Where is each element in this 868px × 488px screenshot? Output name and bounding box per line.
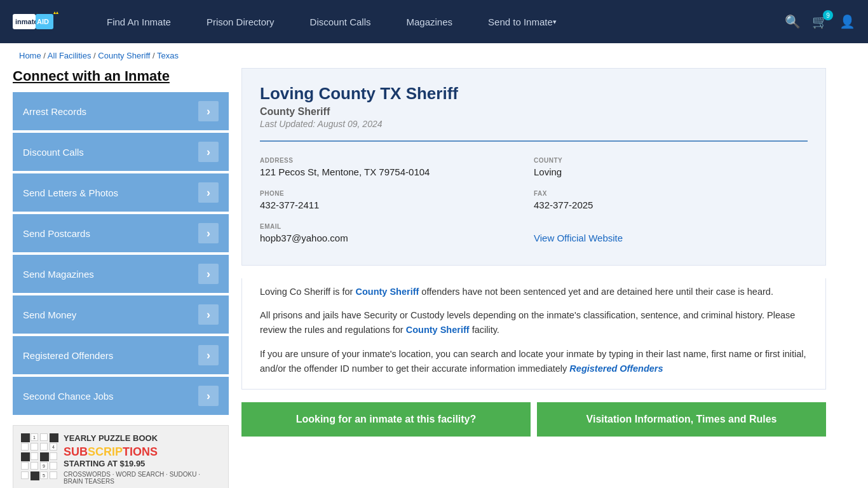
navbar: inmate AID Find An Inmate Prison Directo… <box>0 0 868 43</box>
ad-puzzle-title: YEARLY PUZZLE BOOK <box>64 433 220 443</box>
chevron-right-icon: › <box>198 223 219 243</box>
chevron-right-icon: › <box>198 345 219 365</box>
detail-fax-block: FAX 432-377-2025 <box>534 184 808 217</box>
address-value: 121 Pecos St, Mentone, TX 79754-0104 <box>260 166 534 177</box>
bottom-buttons: Looking for an inmate at this facility? … <box>241 402 826 437</box>
desc-para-3: If you are unsure of your inmate's locat… <box>260 347 808 376</box>
ad-sub-text2: SCRIP <box>88 445 123 458</box>
nav-discount-calls[interactable]: Discount Calls <box>292 0 389 43</box>
website-spacer <box>534 223 808 230</box>
ad-subscription-label: SUBSCRIPTIONS <box>64 445 220 459</box>
chevron-right-icon: › <box>198 182 219 203</box>
desc-para-1: Loving Co Sheriff is for County Sheriff … <box>260 285 808 299</box>
ad-price: STARTING AT $19.95 <box>64 459 220 468</box>
find-inmate-button[interactable]: Looking for an inmate at this facility? <box>241 402 531 437</box>
breadcrumb-home[interactable]: Home <box>19 51 41 60</box>
chevron-right-icon: › <box>198 101 219 121</box>
ad-sub-text3: TIONS <box>123 445 158 458</box>
sidebar-item-arrest-records[interactable]: Arrest Records › <box>13 92 229 130</box>
sidebar-label-send-magazines: Send Magazines <box>23 269 94 280</box>
sidebar-item-send-money[interactable]: Send Money › <box>13 295 229 334</box>
breadcrumb: Home / All Facilities / County Sheriff /… <box>0 43 868 68</box>
desc-para2-after: facility. <box>470 325 499 335</box>
phone-label: PHONE <box>260 190 534 197</box>
address-label: ADDRESS <box>260 157 534 164</box>
sidebar-item-registered-offenders[interactable]: Registered Offenders › <box>13 336 229 374</box>
main-container: Connect with an Inmate Arrest Records › … <box>0 68 839 488</box>
desc-para2-before: All prisons and jails have Security or C… <box>260 310 795 335</box>
county-label: COUNTY <box>534 157 808 164</box>
county-value: Loving <box>534 166 808 177</box>
chevron-right-icon: › <box>198 142 219 162</box>
sidebar-label-arrest-records: Arrest Records <box>23 106 86 117</box>
desc-para1-before: Loving Co Sheriff is for <box>260 287 355 297</box>
visitation-info-button[interactable]: Visitation Information, Times and Rules <box>537 402 826 437</box>
ad-sub-text1: SUB <box>64 445 88 458</box>
sidebar-item-second-chance-jobs[interactable]: Second Chance Jobs › <box>13 377 229 415</box>
sidebar-item-discount-calls[interactable]: Discount Calls › <box>13 133 229 171</box>
facility-last-updated: Last Updated: August 09, 2024 <box>260 119 808 129</box>
sidebar: Connect with an Inmate Arrest Records › … <box>13 68 229 488</box>
chevron-right-icon: › <box>198 386 219 406</box>
breadcrumb-all-facilities[interactable]: All Facilities <box>48 51 92 60</box>
fax-label: FAX <box>534 190 808 197</box>
nav-send-to-inmate[interactable]: Send to Inmate <box>470 0 574 43</box>
sidebar-item-send-postcards[interactable]: Send Postcards › <box>13 214 229 252</box>
chevron-right-icon: › <box>198 264 219 284</box>
facility-type: County Sheriff <box>260 106 808 118</box>
ad-subtext: CROSSWORDS · WORD SEARCH · SUDOKU · BRAI… <box>64 471 220 485</box>
user-icon[interactable]: 👤 <box>839 14 855 29</box>
detail-address-block: ADDRESS 121 Pecos St, Mentone, TX 79754-… <box>260 151 534 184</box>
sidebar-label-second-chance-jobs: Second Chance Jobs <box>23 391 114 402</box>
cart-icon-wrapper[interactable]: 🛒 9 <box>812 14 828 29</box>
sidebar-label-send-postcards: Send Postcards <box>23 228 90 239</box>
search-icon[interactable]: 🔍 <box>785 14 801 29</box>
sidebar-label-send-money: Send Money <box>23 309 76 320</box>
svg-marker-4 <box>53 11 56 14</box>
breadcrumb-county-sheriff[interactable]: County Sheriff <box>98 51 150 60</box>
sidebar-menu: Arrest Records › Discount Calls › Send L… <box>13 92 229 415</box>
cart-badge-count: 9 <box>823 10 833 20</box>
detail-county-block: COUNTY Loving <box>534 151 808 184</box>
email-label: EMAIL <box>260 223 534 230</box>
facility-name: Loving County TX Sheriff <box>260 84 808 104</box>
county-sheriff-link-1[interactable]: County Sheriff <box>355 287 419 297</box>
facility-details: ADDRESS 121 Pecos St, Mentone, TX 79754-… <box>260 140 808 250</box>
sidebar-item-send-letters[interactable]: Send Letters & Photos › <box>13 173 229 212</box>
email-value: hopb37@yahoo.com <box>260 233 534 243</box>
facility-card: Loving County TX Sheriff County Sheriff … <box>241 68 826 266</box>
navbar-icons: 🔍 🛒 9 👤 <box>785 14 855 29</box>
phone-value: 432-377-2411 <box>260 200 534 210</box>
sidebar-label-send-letters: Send Letters & Photos <box>23 187 118 198</box>
fax-value: 432-377-2025 <box>534 200 808 210</box>
desc-para-2: All prisons and jails have Security or C… <box>260 308 808 337</box>
svg-marker-5 <box>56 11 58 14</box>
sidebar-item-send-magazines[interactable]: Send Magazines › <box>13 255 229 293</box>
nav-prison-directory[interactable]: Prison Directory <box>189 0 292 43</box>
breadcrumb-state[interactable]: Texas <box>157 51 179 60</box>
sidebar-label-discount-calls: Discount Calls <box>23 147 84 158</box>
logo-image: inmate AID <box>13 10 89 34</box>
logo[interactable]: inmate AID <box>13 10 89 34</box>
sidebar-ad[interactable]: 1 4 9 5 YEARLY PUZZLE BOOK SUBSCRIPTIONS… <box>13 425 229 488</box>
svg-text:inmate: inmate <box>15 18 37 25</box>
nav-magazines[interactable]: Magazines <box>388 0 470 43</box>
svg-text:AID: AID <box>37 18 49 25</box>
county-sheriff-link-2[interactable]: County Sheriff <box>406 325 470 335</box>
description-section: Loving Co Sheriff is for County Sheriff … <box>241 278 826 390</box>
detail-email-block: EMAIL hopb37@yahoo.com <box>260 217 534 250</box>
nav-find-inmate[interactable]: Find An Inmate <box>89 0 189 43</box>
desc-para1-after: offenders have not been sentenced yet an… <box>419 287 773 297</box>
desc-para3-before: If you are unsure of your inmate's locat… <box>260 349 806 374</box>
nav-links: Find An Inmate Prison Directory Discount… <box>89 0 785 43</box>
detail-website-block: View Official Website <box>534 217 808 250</box>
sidebar-label-registered-offenders: Registered Offenders <box>23 350 113 361</box>
view-official-website-link[interactable]: View Official Website <box>534 233 623 243</box>
registered-offenders-link[interactable]: Registered Offenders <box>569 363 663 374</box>
chevron-right-icon: › <box>198 304 219 325</box>
detail-phone-block: PHONE 432-377-2411 <box>260 184 534 217</box>
sidebar-title: Connect with an Inmate <box>13 68 229 85</box>
content-area: Loving County TX Sheriff County Sheriff … <box>241 68 826 488</box>
